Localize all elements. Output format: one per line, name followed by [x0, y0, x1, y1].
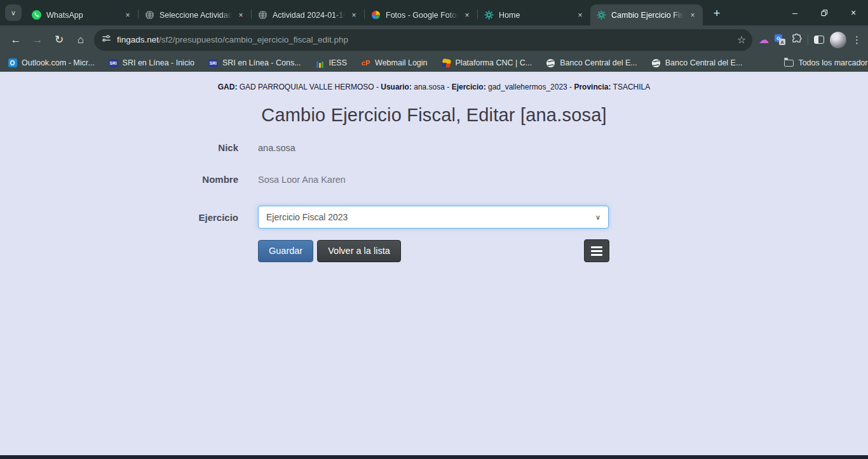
edit-form: Nick ana.sosa Nombre Sosa Loor Ana Karen…	[0, 142, 868, 262]
tab-label: Cambio Ejercicio Fisc	[611, 11, 684, 20]
page-content: GAD: GAD PARROQUIAL VALLE HERMOSO - Usua…	[0, 72, 868, 455]
restore-button[interactable]	[810, 0, 839, 25]
forward-icon: →	[32, 34, 43, 46]
tab-actividad[interactable]: Actividad 2024-01-10 ×	[252, 4, 364, 25]
iess-icon	[315, 58, 325, 68]
nombre-row: Nombre Sosa Loor Ana Karen	[0, 174, 868, 185]
session-info-line: GAD: GAD PARROQUIAL VALLE HERMOSO - Usua…	[0, 83, 868, 91]
select-chevron-icon: ∨	[595, 213, 600, 222]
ejercicio-value: gad_vallehermos_2023 -	[486, 83, 574, 91]
hamburger-icon	[591, 246, 602, 248]
toolbar-separator	[808, 34, 808, 45]
bookmark-webmail[interactable]: cP Webmail Login	[361, 58, 427, 68]
bookmark-cnc[interactable]: Plataforma CNC | C...	[442, 58, 532, 68]
all-bookmarks-label: Todos los marcadores	[798, 58, 868, 67]
reload-icon: ↻	[55, 33, 64, 46]
profile-avatar[interactable]	[830, 32, 846, 48]
toolbar-icons: ☁ G A ⋮	[759, 32, 863, 48]
bottom-strip	[0, 455, 868, 459]
tab-search-button[interactable]: ∨	[5, 4, 22, 21]
site-info-icon[interactable]	[102, 34, 111, 46]
url-host: fingads.net	[117, 35, 159, 44]
menu-button[interactable]	[584, 239, 609, 262]
bookmark-sri-inicio[interactable]: SRI SRI en Línea - Inicio	[109, 58, 194, 68]
nombre-value: Sosa Loor Ana Karen	[258, 175, 346, 185]
extensions-puzzle-icon[interactable]	[791, 33, 802, 46]
usuario-value: ana.sosa -	[412, 83, 452, 91]
teal-gear-icon	[597, 10, 606, 20]
back-icon: ←	[11, 34, 22, 46]
ejercicio-select[interactable]: Ejercicio Fiscal 2023 ∨	[258, 206, 609, 229]
bookmark-star-icon[interactable]: ☆	[737, 34, 746, 46]
nick-label: Nick	[0, 142, 238, 153]
gad-value: GAD PARROQUIAL VALLE HERMOSO -	[237, 83, 381, 91]
back-button[interactable]: ←	[5, 29, 27, 51]
tab-whatsapp[interactable]: WhatsApp ×	[25, 4, 138, 25]
sri-icon: SRI	[208, 58, 218, 68]
tab-close-icon[interactable]: ×	[462, 10, 472, 20]
tab-close-icon[interactable]: ×	[236, 10, 246, 20]
bookmark-label: SRI en Línea - Cons...	[222, 58, 301, 67]
reload-button[interactable]: ↻	[48, 29, 70, 51]
back-to-list-button[interactable]: Volver a la lista	[317, 240, 401, 262]
browser-window: ∨ WhatsApp × Seleccione Actividad a × Ac…	[0, 0, 868, 459]
url-text: fingads.net/sf2/presupuesto/cambio_ejerc…	[117, 35, 732, 44]
bookmark-banco-central-1[interactable]: Banco Central del E...	[546, 58, 637, 68]
home-icon: ⌂	[78, 34, 84, 46]
ejercicio-field-label: Ejercicio	[0, 212, 238, 223]
bookmark-outlook[interactable]: O Outlook.com - Micr...	[8, 58, 95, 68]
address-bar[interactable]: fingads.net/sf2/presupuesto/cambio_ejerc…	[94, 29, 752, 51]
ejercicio-label: Ejercicio:	[452, 83, 486, 91]
tab-strip: ∨ WhatsApp × Seleccione Actividad a × Ac…	[0, 0, 868, 25]
menu-kebab-icon[interactable]: ⋮	[852, 34, 862, 46]
bookmark-iess[interactable]: IESS	[315, 58, 348, 68]
close-window-button[interactable]: ×	[839, 0, 868, 25]
tab-close-icon[interactable]: ×	[575, 10, 585, 20]
tab-seleccione-actividad[interactable]: Seleccione Actividad a ×	[139, 4, 251, 25]
globe-light-icon	[546, 58, 555, 68]
extension-cloud-icon[interactable]: ☁	[759, 34, 769, 46]
cnc-icon	[442, 58, 451, 68]
gad-label: GAD:	[218, 83, 238, 91]
browser-toolbar: ← → ↻ ⌂ fingads.net/sf2/presupuesto/camb…	[0, 25, 868, 54]
bookmark-label: Banco Central del E...	[560, 58, 637, 67]
bookmark-label: SRI en Línea - Inicio	[123, 58, 194, 67]
side-panel-icon[interactable]	[814, 36, 824, 44]
forward-button[interactable]: →	[27, 29, 48, 51]
url-path: /sf2/presupuesto/cambio_ejercicio_fiscal…	[159, 35, 348, 44]
bookmark-label: IESS	[329, 58, 348, 67]
home-button[interactable]: ⌂	[70, 29, 92, 51]
translate-icon[interactable]: G A	[775, 34, 785, 45]
tab-google-fotos[interactable]: Fotos - Google Fotos ×	[365, 4, 477, 25]
bookmark-label: Banco Central del E...	[665, 58, 743, 67]
bookmark-label: Plataforma CNC | C...	[456, 58, 532, 67]
nick-value: ana.sosa	[258, 143, 295, 153]
nick-row: Nick ana.sosa	[0, 142, 868, 153]
globe-icon	[145, 10, 154, 20]
minimize-button[interactable]: –	[780, 0, 810, 25]
nombre-label: Nombre	[0, 174, 238, 185]
google-photos-icon	[371, 10, 381, 20]
tab-label: Home	[499, 11, 571, 20]
tab-label: Actividad 2024-01-10	[273, 11, 345, 20]
bookmark-sri-consultas[interactable]: SRI SRI en Línea - Cons...	[208, 58, 301, 68]
tab-label: Seleccione Actividad a	[159, 11, 232, 20]
globe-icon	[258, 10, 268, 20]
provincia-label: Provincia:	[574, 83, 611, 91]
usuario-label: Usuario:	[381, 83, 412, 91]
all-bookmarks-button[interactable]: Todos los marcadores	[784, 58, 868, 68]
chevron-down-icon: ∨	[11, 9, 16, 17]
tab-home[interactable]: Home ×	[478, 4, 590, 25]
bookmark-banco-central-2[interactable]: Banco Central del E...	[651, 58, 743, 68]
new-tab-button[interactable]: +	[708, 4, 726, 22]
tab-close-icon[interactable]: ×	[123, 10, 133, 20]
outlook-icon: O	[8, 58, 17, 68]
translate-a: A	[779, 39, 785, 45]
tab-cambio-ejercicio-active[interactable]: Cambio Ejercicio Fisc ×	[590, 4, 703, 25]
tab-close-icon[interactable]: ×	[349, 10, 359, 20]
globe-light-icon	[651, 58, 661, 68]
ejercicio-selected-value: Ejercicio Fiscal 2023	[266, 212, 348, 222]
tab-close-icon[interactable]: ×	[688, 10, 698, 20]
cpanel-icon: cP	[361, 58, 370, 68]
save-button[interactable]: Guardar	[258, 240, 313, 262]
